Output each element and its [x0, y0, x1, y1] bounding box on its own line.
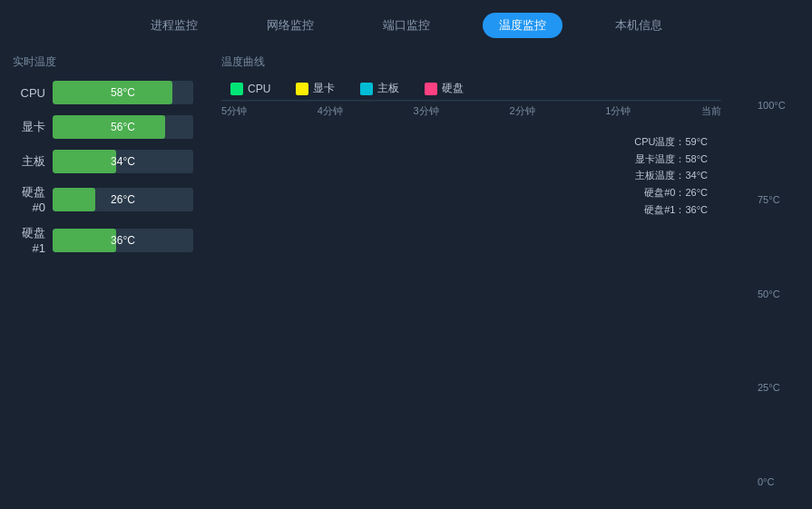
- hd1-label: 硬盘#1: [13, 225, 45, 255]
- hd0-bar-container: 26°C: [53, 188, 193, 211]
- legend-hd-box: [425, 83, 437, 95]
- hd0-temp-value: 26°C: [111, 193, 135, 206]
- y-label-100: 100°C: [758, 100, 794, 111]
- gpu-bar-container: 56°C: [53, 115, 193, 139]
- legend-hd-label: 硬盘: [442, 81, 464, 96]
- chart-area-outer: CPU温度：59°C 显卡温度：58°C 主板温度：34°C 硬盘#0：26°C…: [221, 100, 721, 505]
- hd1-bar-container: 36°C: [53, 229, 193, 252]
- realtime-temperature-panel: 实时温度 CPU 58°C 显卡 56°C 主板 34°C: [13, 54, 203, 505]
- gpu-temp-value: 56°C: [111, 121, 135, 133]
- mb-temp-value: 34°C: [111, 155, 135, 168]
- info-cpu-temp: CPU温度：59°C: [634, 133, 708, 151]
- temp-row-mb: 主板 34°C: [13, 150, 203, 173]
- x-label-current: 当前: [701, 104, 721, 118]
- nav-sysinfo[interactable]: 本机信息: [599, 13, 679, 38]
- legend-mb: 主板: [360, 81, 399, 96]
- hd0-label: 硬盘#0: [13, 184, 45, 214]
- temp-row-cpu: CPU 58°C: [13, 81, 203, 104]
- mb-bar: 34°C: [53, 150, 116, 173]
- x-label-3min: 3分钟: [414, 104, 439, 118]
- main-content: 实时温度 CPU 58°C 显卡 56°C 主板 34°C: [0, 47, 812, 509]
- hd1-bar: 36°C: [53, 229, 116, 252]
- y-label-50: 50°C: [758, 289, 794, 299]
- cpu-temp-value: 58°C: [111, 86, 135, 99]
- chart-legend: CPU 显卡 主板 硬盘: [221, 75, 794, 100]
- gpu-label: 显卡: [13, 119, 45, 135]
- temperature-chart-panel: 温度曲线 CPU 显卡 主板 硬盘: [221, 54, 794, 505]
- hd1-temp-value: 36°C: [111, 234, 135, 247]
- legend-gpu: 显卡: [296, 81, 335, 96]
- chart-section-title: 温度曲线: [221, 54, 794, 70]
- x-label-2min: 2分钟: [509, 104, 534, 118]
- cpu-bar: 58°C: [53, 81, 172, 104]
- cpu-bar-container: 58°C: [53, 81, 193, 104]
- info-gpu-temp: 显卡温度：58°C: [634, 151, 708, 168]
- x-label-4min: 4分钟: [318, 104, 343, 118]
- legend-mb-box: [360, 83, 373, 95]
- y-label-0: 0°C: [758, 476, 794, 487]
- gpu-bar: 56°C: [53, 115, 165, 139]
- legend-cpu: CPU: [230, 83, 270, 95]
- x-label-1min: 1分钟: [605, 104, 631, 118]
- nav-network[interactable]: 网络监控: [250, 13, 330, 38]
- y-label-25: 25°C: [758, 382, 794, 393]
- x-axis: 5分钟 4分钟 3分钟 2分钟 1分钟 当前: [221, 102, 721, 118]
- hd0-bar: 26°C: [53, 188, 95, 211]
- legend-mb-label: 主板: [377, 81, 399, 96]
- y-label-75: 75°C: [758, 194, 794, 205]
- temp-row-hd1: 硬盘#1 36°C: [13, 225, 203, 255]
- legend-hd: 硬盘: [425, 81, 464, 96]
- mb-bar-container: 34°C: [53, 150, 193, 173]
- top-navigation: 进程监控 网络监控 端口监控 温度监控 本机信息: [0, 0, 812, 47]
- temp-row-hd0: 硬盘#0 26°C: [13, 184, 203, 214]
- mb-label: 主板: [13, 153, 45, 170]
- legend-cpu-box: [230, 83, 243, 95]
- nav-port[interactable]: 端口监控: [367, 13, 446, 38]
- nav-process[interactable]: 进程监控: [134, 13, 214, 38]
- legend-gpu-label: 显卡: [313, 81, 335, 96]
- temperature-info-overlay: CPU温度：59°C 显卡温度：58°C 主板温度：34°C 硬盘#0：26°C…: [634, 133, 708, 218]
- grid-line-25: [222, 101, 720, 102]
- info-hd1-temp: 硬盘#1：36°C: [634, 201, 708, 219]
- legend-gpu-box: [296, 83, 308, 95]
- info-hd0-temp: 硬盘#0：26°C: [634, 184, 708, 201]
- legend-cpu-label: CPU: [248, 83, 270, 95]
- y-axis: 100°C 75°C 50°C 25°C 0°C: [758, 100, 794, 505]
- left-section-title: 实时温度: [13, 54, 203, 70]
- x-label-5min: 5分钟: [221, 104, 247, 118]
- info-mb-temp: 主板温度：34°C: [634, 167, 708, 184]
- nav-temperature[interactable]: 温度监控: [483, 13, 563, 38]
- cpu-label: CPU: [13, 86, 45, 100]
- chart-area: CPU温度：59°C 显卡温度：58°C 主板温度：34°C 硬盘#0：26°C…: [221, 100, 721, 102]
- temp-row-gpu: 显卡 56°C: [13, 115, 203, 139]
